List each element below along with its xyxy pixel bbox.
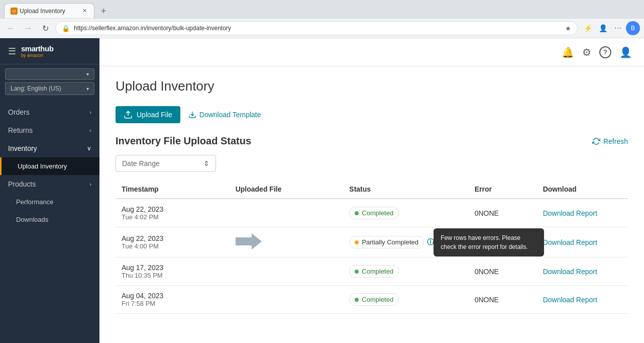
refresh-label: Refresh	[603, 137, 628, 145]
sidebar-item-returns[interactable]: Returns ›	[0, 121, 99, 139]
logo-sub: by amazon	[21, 53, 53, 58]
inventory-label: Inventory	[8, 144, 37, 152]
download-template-button[interactable]: Download Template	[188, 111, 261, 119]
back-button[interactable]: ←	[4, 21, 18, 35]
download-template-label: Download Template	[199, 111, 261, 119]
row4-download: Download Report	[537, 286, 628, 314]
bell-icon[interactable]: 🔔	[562, 46, 574, 58]
col-header-status: Status	[343, 180, 468, 199]
sidebar-item-performance[interactable]: Performance	[0, 193, 99, 211]
table-row: Aug 22, 2023 Tue 4:02 PM Completed 0NONE	[116, 199, 628, 227]
section-header: Inventory File Upload Status Refresh	[116, 135, 628, 147]
tab-close-icon[interactable]: ✕	[81, 8, 88, 14]
row3-timestamp: Aug 17, 2023 Thu 10:35 PM	[116, 258, 230, 286]
orders-chevron-icon: ›	[89, 109, 91, 115]
sidebar-item-orders[interactable]: Orders ›	[0, 103, 99, 121]
downloads-label: Downloads	[16, 216, 48, 223]
row2-timestamp: Aug 22, 2023 Tue 4:00 PM	[116, 227, 230, 258]
status-dot-green-2	[355, 270, 359, 274]
refresh-button[interactable]: Refresh	[592, 137, 628, 145]
status-badge-partial: Partially Completed	[349, 236, 424, 248]
row1-download-link[interactable]: Download Report	[543, 209, 597, 217]
lang-label: Lang: English (US)	[11, 85, 61, 92]
arrow-shape	[236, 233, 262, 249]
col-header-download: Download	[537, 180, 628, 199]
profile-icon[interactable]: 👤	[596, 21, 610, 35]
returns-label: Returns	[8, 126, 33, 134]
col-header-error: Error	[469, 180, 537, 199]
col-header-file: Uploaded File	[230, 180, 344, 199]
browser-tab[interactable]: U Upload Inventory ✕	[4, 3, 94, 18]
row4-file	[230, 286, 344, 314]
forward-button[interactable]: →	[21, 21, 35, 35]
row2-download-link[interactable]: Download Report	[543, 238, 597, 246]
more-icon[interactable]: ⋯	[611, 21, 625, 35]
sidebar-item-inventory[interactable]: Inventory ∨	[0, 139, 99, 157]
row4-download-link[interactable]: Download Report	[543, 296, 597, 304]
file-arrow-icon	[236, 233, 262, 251]
sidebar-item-products[interactable]: Products ›	[0, 175, 99, 193]
help-icon[interactable]: ?	[599, 46, 611, 58]
row1-timestamp: Aug 22, 2023 Tue 4:02 PM	[116, 199, 230, 227]
content-area: Upload Inventory Upload File Download Te…	[99, 66, 644, 343]
sidebar: ☰ smarthub by amazon ▾ Lang: English (US…	[0, 38, 99, 343]
sidebar-item-downloads[interactable]: Downloads	[0, 211, 99, 228]
row4-error: 0NONE	[469, 286, 537, 314]
lang-select[interactable]: Lang: English (US) ▾	[5, 82, 94, 95]
inventory-chevron-icon: ∨	[87, 145, 91, 152]
lang-chevron-icon: ▾	[86, 86, 89, 92]
row1-file	[230, 199, 344, 227]
performance-label: Performance	[16, 198, 53, 206]
row3-download-link[interactable]: Download Report	[543, 268, 597, 276]
user-icon[interactable]: 👤	[619, 46, 632, 58]
address-bar[interactable]: 🔒 https://sellerflex.amazon.in/inventory…	[55, 21, 578, 35]
row2-status: Partially Completed ⓘ Few rows have erro…	[343, 227, 468, 258]
row3-download: Download Report	[537, 258, 628, 286]
sidebar-item-upload-inventory[interactable]: Upload Inventory	[0, 157, 99, 175]
address-bar-url: https://sellerflex.amazon.in/inventory/b…	[74, 25, 561, 32]
browser-refresh-button[interactable]: ↻	[38, 21, 52, 35]
table-row: Aug 22, 2023 Tue 4:00 PM	[116, 227, 628, 258]
status-dot-green-3	[355, 298, 359, 302]
logo: smarthub by amazon	[21, 44, 53, 58]
row1-download: Download Report	[537, 199, 628, 227]
page-title: Upload Inventory	[116, 78, 628, 94]
date-range-select[interactable]: Date Range ⇕	[116, 155, 216, 172]
sidebar-navigation: Orders › Returns › Inventory ∨ Upload In…	[0, 99, 99, 343]
status-dot-green	[355, 211, 359, 215]
row3-status: Completed	[343, 258, 468, 286]
seller-select[interactable]: ▾	[5, 68, 94, 80]
products-label: Products	[8, 180, 36, 188]
row4-timestamp: Aug 04, 2023 Fri 7:58 PM	[116, 286, 230, 314]
extensions-icon[interactable]: ⚡	[581, 21, 595, 35]
filter-bar: Date Range ⇕	[116, 155, 628, 172]
date-range-placeholder: Date Range	[122, 159, 160, 167]
products-chevron-icon: ›	[89, 181, 91, 187]
date-range-chevron-icon: ⇕	[203, 159, 209, 167]
upload-file-label: Upload File	[137, 111, 172, 119]
settings-icon[interactable]: ⚙	[582, 46, 591, 58]
row4-status: Completed	[343, 286, 468, 314]
table-header-row: Timestamp Uploaded File Status Error Dow…	[116, 180, 628, 199]
row1-error: 0NONE	[469, 199, 537, 227]
new-tab-button[interactable]: +	[96, 4, 111, 18]
status-label: Completed	[362, 209, 393, 217]
section-title-text: Inventory File Upload Status	[116, 135, 251, 147]
upload-file-button[interactable]: Upload File	[116, 106, 180, 123]
tab-favicon: U	[11, 8, 18, 15]
bing-icon[interactable]: B	[626, 21, 640, 35]
upload-inventory-label: Upload Inventory	[18, 162, 67, 170]
upload-icon	[124, 110, 133, 119]
tooltip-text: Few rows have errors. Please check the e…	[441, 234, 527, 250]
browser-chrome: U Upload Inventory ✕ + ← → ↻ 🔒 https://s…	[0, 0, 644, 38]
returns-chevron-icon: ›	[89, 127, 91, 133]
hamburger-icon[interactable]: ☰	[8, 46, 16, 57]
status-label-2: Completed	[362, 268, 393, 275]
action-buttons: Upload File Download Template	[116, 106, 628, 123]
download-template-icon	[188, 111, 196, 119]
tooltip-box: Few rows have errors. Please check the e…	[434, 228, 544, 256]
row2-file	[230, 227, 344, 258]
status-dot-yellow	[355, 240, 359, 244]
row3-file	[230, 258, 344, 286]
partial-status-label: Partially Completed	[362, 238, 418, 246]
